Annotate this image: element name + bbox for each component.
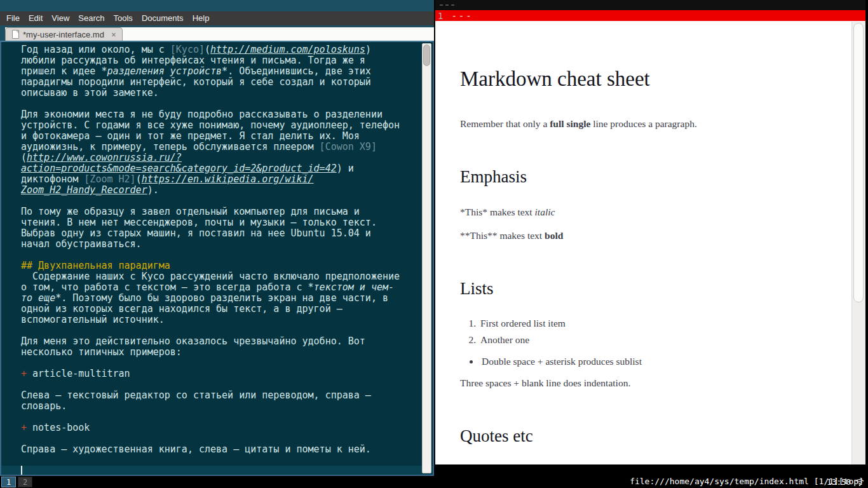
tab-bar-inner: *my-user-interface.md × (5, 27, 434, 41)
editor-line[interactable]: ## Двухпанельная парадигма (21, 261, 433, 271)
workspace-2-button[interactable]: 2 (18, 477, 32, 487)
editor-text: Год назад или около, мы с [Kyco](http://… (21, 44, 433, 476)
vim-title-dash-icon (440, 4, 443, 6)
list-item: Another one (478, 334, 827, 346)
editor-line[interactable]: пришел к идее *разделения устройств*. Об… (21, 66, 433, 77)
editor-line[interactable]: По тому же образцу я завел отдельный ком… (21, 207, 433, 217)
editor-line[interactable] (21, 250, 433, 261)
editor-scrollbar[interactable] (422, 43, 431, 473)
editor-line[interactable]: Справа — художественная книга, слева — ц… (21, 444, 433, 455)
rendered-paragraph: Three spaces + blank line does indentati… (460, 377, 827, 390)
rendered-paragraph: **This** makes text bold (460, 229, 827, 242)
editor-line[interactable]: (http://www.cowonrussia.ru/? (21, 152, 433, 163)
text-cursor (21, 466, 22, 475)
editor-area[interactable]: Год назад или около, мы с [Kyco](http://… (0, 41, 434, 476)
editor-line[interactable]: Содержание наших с Kyco рассуждений част… (21, 271, 433, 282)
tab-label: *my-user-interface.md (23, 30, 104, 39)
document-tab[interactable]: *my-user-interface.md × (5, 27, 123, 41)
editor-line[interactable]: устройств. С годами я все хуже понимаю, … (21, 120, 433, 131)
editor-line[interactable]: + article-multitran (21, 369, 433, 379)
editor-line[interactable] (21, 433, 433, 444)
vim-title-dash-icon (451, 4, 454, 6)
vim-line-number: 1 (435, 11, 443, 21)
editor-line[interactable]: Для экономии места я не буду подробно ра… (21, 109, 433, 120)
rendered-paragraph: *This* makes text italic (460, 206, 827, 219)
editor-line[interactable]: Слева — текстовый редактор со статьей ил… (21, 390, 433, 401)
editor-line[interactable]: и фотокамера — один и тот же предмет. Я … (21, 131, 433, 142)
status-url: file:///home/ay4/sys/temp/index.html [1/… (630, 477, 864, 486)
editor-line[interactable]: одной из которых всегда находился бы тек… (21, 304, 433, 315)
editor-line[interactable]: диктофоном [Zoom H2](https://en.wikipedi… (21, 174, 433, 185)
editor-line[interactable] (21, 455, 433, 466)
workspace-switcher: 1 2 (1, 477, 32, 487)
list-item: First ordered list item (478, 317, 827, 330)
editor-line[interactable] (21, 358, 433, 369)
editor-line[interactable] (21, 379, 433, 390)
editor-line[interactable]: описываю в этой заметке. (21, 88, 433, 98)
editor-line[interactable] (21, 412, 433, 423)
editor-line[interactable]: Год назад или около, мы с [Kyco](http://… (21, 44, 433, 55)
editor-line[interactable]: несколько типичных примеров: (21, 347, 433, 358)
rendered-heading-h1: Markdown cheat sheet (460, 67, 827, 92)
vim-line-text: --- (443, 11, 473, 21)
browser-scrollbar-thumb[interactable] (853, 23, 864, 302)
vim-highlighted-line[interactable]: 1 --- (435, 10, 865, 21)
desktop: *my-user-interface.md (~/notes/myui) - g… (0, 0, 868, 488)
vim-titlebar (435, 0, 865, 10)
editor-line[interactable]: вспомогательный источник. (21, 315, 433, 325)
editor-line[interactable] (21, 98, 433, 109)
editor-line[interactable]: чтения. В нем нет мессенджеров, почты и … (21, 217, 433, 228)
rendered-heading-h2: Emphasis (460, 166, 827, 187)
menu-help[interactable]: Help (188, 11, 214, 25)
editor-line[interactable]: о том, что работа с текстом — это всегда… (21, 282, 433, 293)
editor-scrollbar-thumb[interactable] (423, 44, 430, 66)
menu-documents[interactable]: Documents (137, 11, 188, 25)
rendered-paragraph: Remember that only a full single line pr… (460, 118, 827, 130)
tab-close-icon[interactable]: × (111, 30, 116, 39)
browser-statusbar: file:///home/ay4/sys/temp/index.html [1/… (435, 464, 865, 476)
editor-line[interactable]: то еще*. Поэтому было бы здорово раздели… (21, 293, 433, 304)
editor-line[interactable] (21, 196, 433, 207)
editor-line[interactable] (1, 466, 433, 476)
ordered-list: First ordered list itemAnother one (460, 317, 827, 346)
editor-line[interactable]: action=products&mode=search&category_id=… (21, 163, 433, 174)
editor-line[interactable] (21, 325, 433, 336)
editor-line[interactable]: парадигмы породили интерфейс, который я … (21, 77, 433, 88)
menu-search[interactable]: Search (74, 11, 109, 25)
workspace-1-button[interactable]: 1 (1, 477, 16, 487)
editor-line[interactable]: словарь. (21, 401, 433, 412)
browser-scrollbar[interactable] (851, 22, 865, 464)
bullet-list: Double space + asterisk produces sublist (460, 355, 827, 368)
menu-file[interactable]: File (2, 11, 24, 25)
tab-bar: *my-user-interface.md × (0, 25, 434, 41)
vim-title-dash-icon (445, 4, 449, 6)
menu-edit[interactable]: Edit (24, 11, 47, 25)
document-icon (12, 30, 19, 39)
rendered-heading-h2: Quotes etc (460, 426, 827, 446)
editor-line[interactable]: Zoom_H2_Handy_Recorder). (21, 185, 433, 196)
editor-line[interactable]: начал обустраиваться. (21, 239, 433, 250)
editor-line[interactable]: любили рассуждать об интерфейсах чтения … (21, 55, 433, 66)
right-pane: 1 --- Markdown cheat sheetRemember that … (434, 0, 868, 476)
main-area: *my-user-interface.md (~/notes/myui) - g… (0, 0, 868, 476)
gedit-window: *my-user-interface.md (~/notes/myui) - g… (0, 0, 434, 476)
editor-line[interactable]: Выбрав одну из старых машин, я поставил … (21, 228, 433, 239)
list-item: Double space + asterisk produces sublist (480, 355, 827, 368)
gedit-menubar: File Edit View Search Tools Documents He… (0, 11, 434, 25)
editor-line[interactable]: Для меня это действительно оказалось чре… (21, 336, 433, 347)
menu-tools[interactable]: Tools (109, 11, 137, 25)
menu-view[interactable]: View (47, 11, 74, 25)
editor-line[interactable]: аудиожизнь, к примеру, теперь обслуживае… (21, 142, 433, 152)
browser-content: Markdown cheat sheetRemember that only a… (435, 21, 865, 464)
rendered-heading-h2: Lists (460, 278, 827, 299)
gedit-titlebar[interactable]: *my-user-interface.md (~/notes/myui) - g… (0, 0, 434, 11)
editor-line[interactable]: + notes-book (21, 423, 433, 433)
